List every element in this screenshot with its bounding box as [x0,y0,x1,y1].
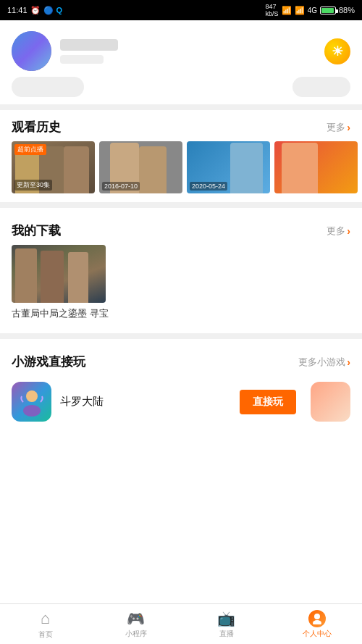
profile-nav-label: 个人中心 [303,629,332,639]
battery-indicator [320,7,336,14]
mini-games-more[interactable]: 更多小游戏 › [298,356,350,369]
signal-icon: 📶 [295,6,305,15]
profile-buttons-row [12,77,350,97]
speed-indicator: 847kb/S [266,3,279,17]
wifi-icon: 📶 [282,6,292,15]
bluetooth-icon: 🔵 [43,6,54,15]
status-left: 11:41 ⏰ 🔵 Q [7,6,62,15]
profile-section: ☀ [0,20,362,104]
username-blur [60,39,118,51]
download-title-1: 古董局中局之鎏墨 寻宝 [12,307,350,320]
download-thumb-1 [12,245,106,303]
watch-history-chevron: › [347,122,350,133]
thumb-badge-1: 超前点播 [14,144,46,155]
avatar[interactable] [12,31,51,71]
my-download-title: 我的下载 [12,222,61,239]
bottom-spacer [0,436,362,477]
watch-history-more[interactable]: 更多 › [327,121,350,134]
svg-point-2 [26,390,38,402]
thumb-date-3: 2020-05-24 [190,182,227,191]
mini-games-header: 小游戏直接玩 更多小游戏 › [0,345,362,376]
thumb-subtext-1: 更新至30集 [14,180,52,191]
my-download-section: 我的下载 更多 › 古董局中局之鎏墨 寻宝 [0,214,362,333]
separator-3 [0,333,362,339]
status-bar: 11:41 ⏰ 🔵 Q 847kb/S 📶 📶 4G 88% [0,0,362,20]
thumb-date-2: 2016-07-10 [102,182,140,191]
watch-history-title: 观看历史 [12,119,61,135]
nav-item-mini[interactable]: 🎮 小程序 [90,610,181,639]
thumb-item-1[interactable]: 超前点播 更新至30集 [12,141,95,193]
time-display: 11:41 [7,6,28,14]
nav-item-live[interactable]: 📺 直播 [181,610,272,639]
separator-2 [0,202,362,208]
thumb-item-3[interactable]: 2020-05-24 [187,141,270,193]
mini-icon: 🎮 [127,610,145,627]
mini-games-section: 小游戏直接玩 更多小游戏 › 斗罗大陆 直接玩 [0,345,362,436]
game-item-1[interactable]: 斗罗大陆 直接玩 [0,376,362,427]
svg-point-4 [314,614,320,619]
nav-item-profile[interactable]: 个人中心 [272,610,362,639]
svg-point-3 [23,405,41,417]
coin-icon[interactable]: ☀ [324,38,350,64]
my-download-more[interactable]: 更多 › [327,225,350,238]
watch-history-header: 观看历史 更多 › [0,110,362,141]
my-download-more-label: 更多 [327,225,345,238]
my-download-chevron: › [347,225,350,237]
profile-row: ☀ [12,31,350,71]
play-button-1[interactable]: 直接玩 [240,390,296,414]
live-icon: 📺 [217,610,235,627]
separator-1 [0,104,362,110]
profile-info [60,39,316,64]
profile-btn-2[interactable] [292,77,350,97]
mini-label: 小程序 [125,629,147,639]
svg-point-5 [313,620,321,624]
my-download-header: 我的下载 更多 › [0,214,362,245]
status-right: 847kb/S 📶 📶 4G 88% [266,3,355,17]
thumb-item-4[interactable] [274,141,358,193]
game-title-1: 斗罗大陆 [60,395,231,409]
game-icon-1 [12,382,51,422]
bottom-navigation: ⌂ 首页 🎮 小程序 📺 直播 个人中心 [0,603,362,644]
live-label: 直播 [219,629,234,639]
home-icon: ⌂ [41,609,50,628]
watch-history-thumbnails[interactable]: 超前点播 更新至30集 2016-07-10 2020-05-24 [0,141,362,202]
watch-history-more-label: 更多 [327,121,345,134]
mini-games-more-label: 更多小游戏 [298,356,345,369]
thumb-item-2[interactable]: 2016-07-10 [99,141,182,193]
game-icon-2 [311,382,350,422]
home-label: 首页 [38,630,53,640]
profile-btn-1[interactable] [12,77,84,97]
download-item-1[interactable]: 古董局中局之鎏墨 寻宝 [0,245,362,327]
alarm-icon: ⏰ [30,6,41,15]
nav-item-home[interactable]: ⌂ 首页 [0,609,90,640]
main-content: ☀ 观看历史 更多 › 超前点播 更新 [0,20,362,644]
mini-games-title: 小游戏直接玩 [12,354,85,370]
mini-games-chevron: › [347,356,350,368]
profile-extra-blur [60,55,104,64]
profile-nav-icon [308,610,326,627]
watch-history-section: 观看历史 更多 › 超前点播 更新至30集 [0,110,362,202]
4g-label: 4G [308,7,317,14]
battery-percent: 88% [339,6,355,14]
app-icon: Q [56,6,63,14]
